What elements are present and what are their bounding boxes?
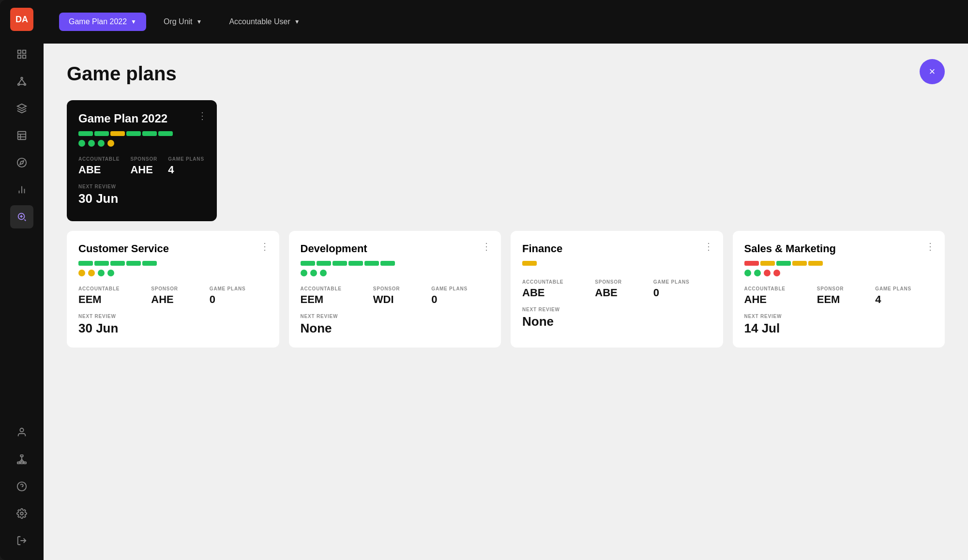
- org-unit-dropdown[interactable]: Org Unit ▼: [154, 13, 212, 31]
- svg-point-15: [17, 158, 26, 167]
- card-accountable-value: ABE: [522, 287, 585, 299]
- card-review-section: NEXT REVIEW30 Jun: [78, 314, 268, 336]
- sidebar-item-gameplan[interactable]: [10, 205, 33, 228]
- sidebar-item-layers[interactable]: [10, 97, 33, 120]
- card-menu-button[interactable]: ⋮: [482, 241, 491, 252]
- svg-rect-3: [23, 55, 26, 58]
- hero-review-section: NEXT REVIEW 30 Jun: [78, 184, 205, 206]
- page-title: Game plans: [67, 63, 945, 85]
- svg-rect-11: [18, 132, 26, 140]
- sidebar-item-person[interactable]: [10, 421, 33, 444]
- progress-bar: [317, 261, 331, 266]
- card-sponsor-value: AHE: [151, 293, 200, 306]
- status-dot: [301, 270, 307, 276]
- card-accountable-value: EEM: [301, 293, 363, 306]
- accountable-user-chevron-icon: ▼: [294, 18, 300, 25]
- hero-accountable-label: ACCOUNTABLE: [78, 156, 121, 162]
- status-dot: [754, 270, 761, 276]
- card-review-label: NEXT REVIEW: [744, 314, 934, 319]
- sidebar-item-logout[interactable]: [10, 529, 33, 552]
- close-button[interactable]: ×: [920, 59, 945, 84]
- progress-bar: [94, 131, 109, 136]
- hero-game-plans-label: GAME PLANS: [168, 156, 205, 162]
- card-game-plans-value: 0: [210, 293, 268, 306]
- status-dot: [310, 270, 317, 276]
- svg-point-34: [20, 512, 23, 515]
- sidebar-item-table[interactable]: [10, 124, 33, 147]
- game-plan-card: Customer Service⋮ACCOUNTABLEEEMSPONSORAH…: [67, 231, 279, 348]
- card-review-section: NEXT REVIEW14 Jul: [744, 314, 934, 336]
- svg-marker-16: [20, 161, 24, 165]
- hero-game-plans-value: 4: [168, 164, 205, 176]
- progress-bar: [776, 261, 791, 266]
- card-menu-button[interactable]: ⋮: [704, 241, 713, 252]
- card-game-plans-label: GAME PLANS: [210, 286, 268, 291]
- card-accountable-value: EEM: [78, 293, 141, 306]
- progress-bar: [808, 261, 823, 266]
- card-review-label: NEXT REVIEW: [301, 314, 490, 319]
- main-content: Game plans × Game Plan 2022 ⋮ ACCOUNTABL…: [44, 44, 968, 560]
- sidebar-item-chart[interactable]: [10, 178, 33, 201]
- game-plan-chevron-icon: ▼: [131, 18, 136, 25]
- card-game-plans-label: GAME PLANS: [431, 286, 489, 291]
- progress-bar: [333, 261, 347, 266]
- card-review-section: NEXT REVIEWNone: [522, 307, 711, 329]
- status-dot: [107, 270, 114, 276]
- accountable-user-dropdown[interactable]: Accountable User ▼: [219, 13, 309, 31]
- sidebar-item-settings[interactable]: [10, 502, 33, 525]
- sidebar-item-grid[interactable]: [10, 43, 33, 66]
- svg-point-23: [20, 428, 23, 432]
- hero-card-menu-button[interactable]: ⋮: [197, 110, 207, 121]
- hero-card: Game Plan 2022 ⋮ ACCOUNTABLE ABE SPONSOR…: [67, 100, 217, 221]
- card-game-plans-value: 0: [653, 287, 711, 299]
- sidebar-item-network[interactable]: [10, 70, 33, 93]
- app-logo[interactable]: DA: [10, 8, 33, 31]
- svg-rect-0: [18, 50, 21, 53]
- progress-bar: [522, 261, 537, 266]
- card-meta: ACCOUNTABLEEEMSPONSORWDIGAME PLANS0: [301, 286, 490, 306]
- svg-rect-24: [20, 455, 23, 457]
- progress-bar: [110, 131, 125, 136]
- svg-marker-10: [17, 104, 26, 108]
- sidebar-item-compass[interactable]: [10, 151, 33, 174]
- progress-bar: [94, 261, 109, 266]
- hero-review-label: NEXT REVIEW: [78, 184, 205, 189]
- progress-bar: [158, 131, 173, 136]
- card-accountable-label: ACCOUNTABLE: [522, 279, 585, 285]
- card-sponsor-value: ABE: [595, 287, 644, 299]
- svg-point-4: [21, 77, 23, 79]
- card-bars: [744, 261, 934, 266]
- progress-bar: [142, 131, 157, 136]
- card-menu-button[interactable]: ⋮: [260, 241, 270, 252]
- progress-bar: [760, 261, 775, 266]
- svg-rect-2: [18, 55, 21, 58]
- status-dot: [78, 140, 85, 147]
- status-dot: [98, 140, 105, 147]
- game-plan-card: Development⋮ACCOUNTABLEEEMSPONSORWDIGAME…: [289, 231, 501, 348]
- card-review-value: 14 Jul: [744, 321, 934, 336]
- status-dot: [320, 270, 327, 276]
- org-unit-label: Org Unit: [164, 17, 193, 26]
- card-game-plans-value: 4: [875, 293, 933, 306]
- card-sponsor-label: SPONSOR: [151, 286, 200, 291]
- cards-grid: Customer Service⋮ACCOUNTABLEEEMSPONSORAH…: [67, 231, 945, 348]
- sidebar: DA: [0, 0, 44, 560]
- status-dot: [88, 140, 95, 147]
- progress-bar: [301, 261, 315, 266]
- accountable-user-label: Accountable User: [229, 17, 290, 26]
- progress-bar: [142, 261, 157, 266]
- card-title: Customer Service: [78, 242, 268, 255]
- top-nav: Game Plan 2022 ▼ Org Unit ▼ Accountable …: [44, 0, 968, 44]
- hero-card-title: Game Plan 2022: [78, 112, 205, 125]
- sidebar-item-org[interactable]: [10, 448, 33, 471]
- card-bars: [78, 261, 268, 266]
- progress-bar: [364, 261, 379, 266]
- game-plan-dropdown[interactable]: Game Plan 2022 ▼: [59, 13, 146, 31]
- progress-bar: [78, 131, 93, 136]
- sidebar-item-help[interactable]: [10, 475, 33, 498]
- game-plan-card: Sales & Marketing⋮ACCOUNTABLEAHESPONSORE…: [733, 231, 945, 348]
- progress-bar: [380, 261, 395, 266]
- hero-accountable-value: ABE: [78, 164, 121, 176]
- card-menu-button[interactable]: ⋮: [925, 241, 935, 252]
- card-review-label: NEXT REVIEW: [522, 307, 711, 312]
